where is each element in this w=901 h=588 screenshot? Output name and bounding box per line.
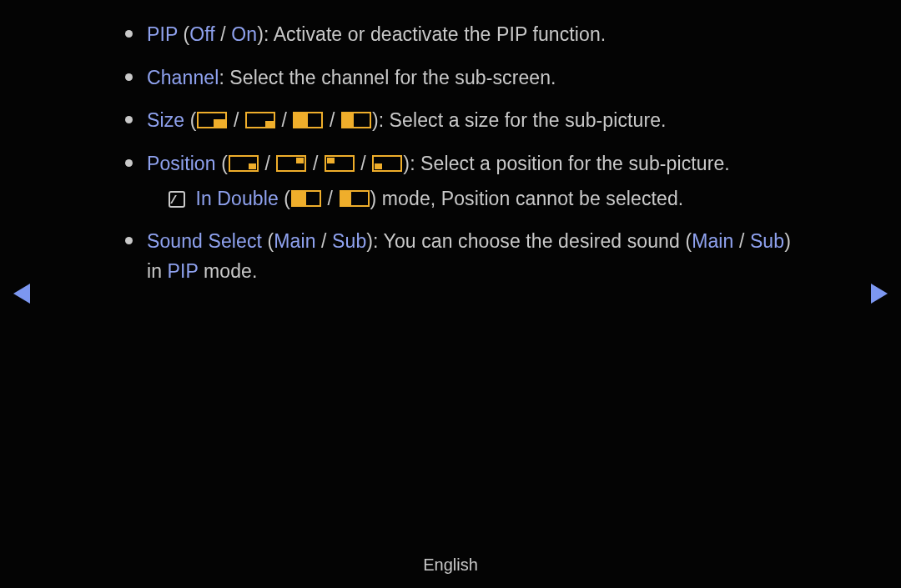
size-icon-double-1 bbox=[293, 112, 323, 128]
size-label: Size bbox=[147, 109, 184, 131]
position-label: Position bbox=[147, 153, 216, 174]
note-double-icon-1 bbox=[291, 190, 321, 207]
position-icon-top-right bbox=[276, 155, 306, 172]
page-language: English bbox=[0, 555, 901, 575]
position-icon-top-left bbox=[325, 155, 355, 172]
channel-label: Channel bbox=[147, 67, 219, 88]
channel-desc: : Select the channel for the sub-screen. bbox=[219, 67, 556, 88]
note-tail: mode, Position cannot be selected. bbox=[376, 188, 683, 209]
position-desc: : Select a position for the sub-picture. bbox=[410, 153, 730, 174]
position-icon-bottom-right bbox=[229, 155, 259, 172]
item-pip: PIP (Off / On): Activate or deactivate t… bbox=[125, 20, 793, 50]
note-double-icon-2 bbox=[340, 190, 370, 207]
pip-desc: : Activate or deactivate the PIP functio… bbox=[264, 23, 606, 45]
prev-page-arrow[interactable] bbox=[13, 284, 30, 304]
item-position: Position ( / / / ): Select a position fo… bbox=[125, 149, 793, 214]
position-icon-bottom-left bbox=[372, 155, 402, 172]
item-channel: Channel: Select the channel for the sub-… bbox=[125, 63, 793, 93]
pip-option-off: Off bbox=[189, 23, 215, 45]
pip-option-on: On bbox=[231, 23, 257, 45]
position-note: In Double ( / ) mode, Position cannot be… bbox=[147, 184, 793, 214]
sound-option-main: Main bbox=[274, 230, 315, 252]
sound-label: Sound Select bbox=[147, 230, 262, 252]
size-desc: : Select a size for the sub-picture. bbox=[379, 109, 667, 131]
item-sound-select: Sound Select (Main / Sub): You can choos… bbox=[125, 227, 793, 286]
manual-page: PIP (Off / On): Activate or deactivate t… bbox=[0, 0, 901, 286]
size-icon-double-2 bbox=[341, 112, 371, 128]
note-icon bbox=[169, 191, 185, 208]
note-lead: In Double bbox=[196, 188, 279, 209]
next-page-arrow[interactable] bbox=[871, 284, 888, 304]
item-size: Size ( / / / ): Select a size for the su… bbox=[125, 106, 793, 136]
size-icon-small bbox=[245, 112, 275, 128]
pip-label: PIP bbox=[147, 23, 178, 45]
size-icon-large bbox=[197, 112, 227, 128]
sound-option-sub: Sub bbox=[332, 230, 366, 252]
